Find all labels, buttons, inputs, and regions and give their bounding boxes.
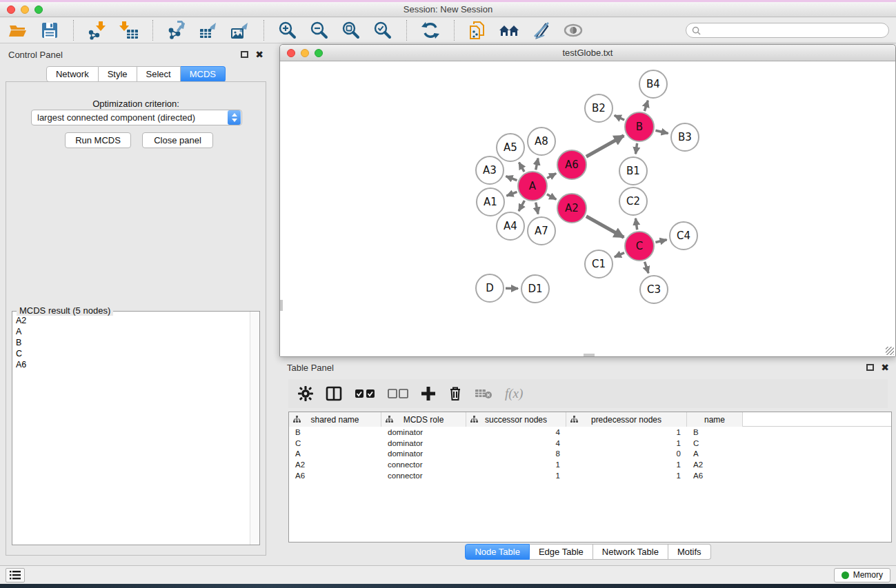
mcds-result-item[interactable]: A <box>16 326 249 337</box>
close-window-button[interactable] <box>7 6 15 14</box>
table-cell[interactable]: 1 <box>566 472 687 480</box>
table-cell[interactable]: 1 <box>566 428 687 436</box>
function-builder-icon[interactable]: f(x) <box>505 386 523 401</box>
graph-node-C3[interactable]: C3 <box>640 276 668 303</box>
graph-edge-B-B1[interactable] <box>635 143 637 154</box>
window-resize-grip[interactable] <box>886 347 894 355</box>
graph-edge-C-C4[interactable] <box>655 240 666 243</box>
zoom-network-window-button[interactable] <box>315 49 323 57</box>
column-header-shared-name[interactable]: shared name <box>289 412 381 427</box>
network-canvas[interactable]: B4B2BB3A5A8A6A3B1AC2A1A2A4A7C4CC1C3DD1 <box>280 61 895 356</box>
graph-edge-B-B2[interactable] <box>615 115 624 120</box>
graph-node-B2[interactable]: B2 <box>585 94 613 122</box>
minimize-network-window-button[interactable] <box>301 49 309 57</box>
graph-node-D1[interactable]: D1 <box>521 275 549 303</box>
graph-node-D[interactable]: D <box>476 274 504 302</box>
mcds-result-item[interactable]: A2 <box>16 315 249 326</box>
graph-node-B1[interactable]: B1 <box>619 157 647 185</box>
save-session-icon[interactable] <box>39 20 61 41</box>
mcds-result-list[interactable]: A2ABCA6 <box>13 314 249 544</box>
graph-node-A2[interactable]: A2 <box>557 194 586 223</box>
tab-mcds[interactable]: MCDS <box>181 66 226 82</box>
tab-network[interactable]: Network <box>46 66 99 82</box>
home-icon[interactable] <box>499 20 521 41</box>
table-cell[interactable]: A <box>289 449 381 458</box>
show-column-icon[interactable] <box>326 386 342 401</box>
table-cell[interactable]: A6 <box>289 472 381 480</box>
table-row[interactable]: Bdominator41B <box>289 427 891 438</box>
table-cell[interactable]: dominator <box>381 439 466 447</box>
zoom-window-button[interactable] <box>34 6 43 14</box>
graph-node-C[interactable]: C <box>625 232 654 261</box>
graph-node-A7[interactable]: A7 <box>528 217 555 245</box>
tab-node-table[interactable]: Node Table <box>465 544 530 560</box>
new-session-from-selection-icon[interactable] <box>467 20 489 41</box>
close-panel-icon[interactable]: ✖ <box>255 51 263 58</box>
table-row[interactable]: Cdominator41C <box>289 438 891 449</box>
graph-edge-B-B4[interactable] <box>644 101 648 111</box>
graph-edge-C-C1[interactable] <box>615 253 624 257</box>
graph-node-A1[interactable]: A1 <box>477 188 504 216</box>
table-row[interactable]: A2connector11A2 <box>289 459 891 470</box>
zoom-fit-icon[interactable] <box>340 20 362 41</box>
graph-edge-C-C2[interactable] <box>635 219 637 230</box>
mcds-result-item[interactable]: A6 <box>16 359 249 370</box>
table-cell[interactable]: A2 <box>687 460 743 469</box>
canvas-bottom-grip[interactable] <box>584 354 595 356</box>
table-row[interactable]: Adominator80A <box>289 449 891 460</box>
table-cell[interactable]: A2 <box>289 460 381 469</box>
open-file-icon[interactable] <box>7 20 29 41</box>
graph-node-B3[interactable]: B3 <box>671 123 699 151</box>
graph-node-A6[interactable]: A6 <box>557 150 586 179</box>
graph-node-A[interactable]: A <box>518 172 547 201</box>
close-panel-button[interactable]: Close panel <box>142 132 213 148</box>
graph-node-A3[interactable]: A3 <box>476 156 504 184</box>
float-panel-icon[interactable] <box>866 364 874 371</box>
export-table-icon[interactable] <box>197 20 219 41</box>
tab-edge-table[interactable]: Edge Table <box>530 544 593 560</box>
table-cell[interactable]: dominator <box>381 428 466 436</box>
table-cell[interactable]: C <box>687 439 743 447</box>
memory-button[interactable]: Memory <box>834 568 890 582</box>
tab-motifs[interactable]: Motifs <box>668 544 711 560</box>
table-cell[interactable]: connector <box>381 460 466 469</box>
graph-node-A4[interactable]: A4 <box>497 212 524 240</box>
table-cell[interactable]: 4 <box>466 428 566 436</box>
table-cell[interactable]: C <box>289 439 381 447</box>
add-column-icon[interactable] <box>421 386 436 401</box>
table-options-gear-icon[interactable] <box>298 386 313 401</box>
show-panels-list-button[interactable] <box>6 568 25 582</box>
column-header-name[interactable]: name <box>687 412 743 427</box>
mcds-result-item[interactable]: C <box>16 348 249 359</box>
graph-edge-C-C3[interactable] <box>645 262 649 274</box>
column-header-successor-nodes[interactable]: successor nodes <box>466 412 566 427</box>
tab-network-table[interactable]: Network Table <box>593 544 668 560</box>
graph-edge-A-A4[interactable] <box>519 201 524 211</box>
export-image-icon[interactable] <box>229 20 251 41</box>
refresh-network-icon[interactable] <box>419 20 441 41</box>
close-network-window-button[interactable] <box>287 49 295 57</box>
table-cell[interactable]: B <box>687 428 743 436</box>
table-cell[interactable]: dominator <box>381 449 466 458</box>
select-all-checkboxes-icon[interactable] <box>355 388 375 399</box>
graph-edge-A-A2[interactable] <box>547 194 556 200</box>
import-table-icon[interactable] <box>118 20 140 41</box>
table-cell[interactable]: 0 <box>566 449 687 458</box>
table-cell[interactable]: 1 <box>466 472 566 480</box>
graph-node-A8[interactable]: A8 <box>528 128 555 155</box>
graph-edge-A-A7[interactable] <box>536 203 538 214</box>
table-cell[interactable]: B <box>289 428 381 436</box>
tab-select[interactable]: Select <box>137 66 181 82</box>
delete-table-icon[interactable] <box>475 387 492 400</box>
table-cell[interactable]: A <box>687 449 743 458</box>
table-cell[interactable]: 1 <box>466 460 566 469</box>
graph-edge-B-B3[interactable] <box>655 130 668 133</box>
table-row[interactable]: A6connector11A6 <box>289 470 891 481</box>
zoom-in-icon[interactable] <box>277 20 299 41</box>
graph-edge-A-A6[interactable] <box>547 173 556 178</box>
search-input[interactable] <box>704 26 883 35</box>
table-cell[interactable]: A6 <box>687 472 743 480</box>
table-cell[interactable]: 1 <box>566 460 687 469</box>
graph-node-B4[interactable]: B4 <box>639 70 667 98</box>
import-network-icon[interactable] <box>86 20 108 41</box>
